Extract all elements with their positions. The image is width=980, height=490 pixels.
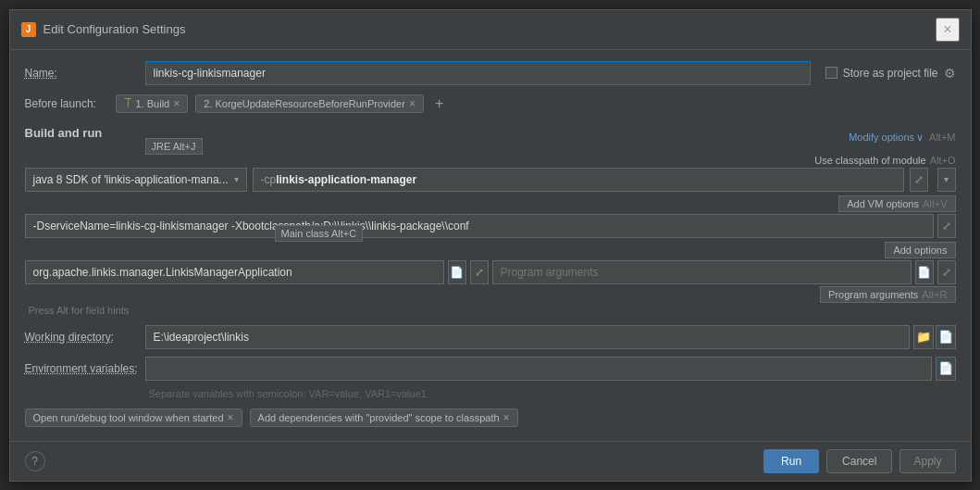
alt-hint: Press Alt for field hints — [25, 305, 956, 316]
env-vars-label: Environment variables: — [25, 362, 145, 375]
app-icon: J — [21, 22, 36, 37]
name-label: Name: — [25, 67, 145, 80]
modify-options-shortcut: Alt+M — [929, 132, 955, 143]
env-vars-hint: Separate variables with semicolon: VAR=v… — [25, 388, 956, 399]
add-options-hint: Add options — [885, 242, 955, 258]
working-directory-label: Working directory: — [25, 331, 145, 344]
help-button[interactable]: ? — [25, 451, 45, 471]
classpath-value-text: linkis-application-manager — [276, 173, 416, 186]
build-icon: ⟙ — [124, 97, 132, 110]
add-vm-options-hint: Add VM options Alt+V — [838, 195, 955, 212]
main-class-hint: Main class Alt+C — [275, 225, 364, 242]
option-tag-0-label: Open run/debug tool window when started — [33, 412, 224, 423]
classpath-input[interactable]: -cp linkis-application-manager — [253, 168, 904, 192]
use-classpath-shortcut: Alt+O — [930, 155, 956, 166]
working-directory-row: Working directory: 📁 📄 — [25, 325, 956, 349]
prog-args-hint: Program arguments Alt+R — [820, 286, 955, 303]
use-classpath-hint: Use classpath of module — [814, 155, 925, 166]
sdk-dropdown[interactable]: java 8 SDK of 'linkis-application-mana..… — [25, 168, 247, 192]
option-tag-1[interactable]: Add dependencies with "provided" scope t… — [250, 408, 518, 427]
prog-args-expand-btn[interactable]: 📄 — [915, 260, 934, 284]
env-vars-expand-btn[interactable]: 📄 — [936, 357, 956, 381]
modify-options-arrow: ∨ — [916, 132, 924, 144]
main-class-row: org.apache.linkis.manager.LinkisManagerA… — [25, 260, 956, 284]
before-launch-item-1-text: 1. Build — [136, 98, 170, 109]
main-class-value: org.apache.linkis.manager.LinkisManagerA… — [33, 266, 292, 279]
footer: ? Run Cancel Apply — [10, 441, 971, 481]
working-dir-folder-btn[interactable]: 📁 — [913, 325, 934, 349]
option-tag-1-close[interactable]: × — [503, 411, 510, 424]
env-vars-icons: 📄 — [936, 357, 956, 381]
title-bar: J Edit Configuration Settings × — [10, 10, 971, 50]
option-tag-0-close[interactable]: × — [228, 411, 234, 424]
working-directory-input[interactable] — [145, 325, 910, 349]
store-project-area: Store as project file ⚙ — [825, 66, 956, 81]
store-project-checkbox[interactable] — [825, 67, 837, 79]
before-launch-item-1-close[interactable]: × — [173, 97, 180, 110]
env-vars-input[interactable] — [145, 357, 932, 381]
vm-options-expand-btn[interactable]: ⤢ — [937, 214, 956, 238]
classpath-value-cp: -cp — [261, 173, 277, 186]
option-tag-0[interactable]: Open run/debug tool window when started … — [25, 408, 242, 427]
before-launch-item-2-text: 2. KorgeUpdateResourceBeforeRunProvider — [204, 98, 405, 109]
sdk-row: java 8 SDK of 'linkis-application-mana..… — [25, 168, 956, 192]
program-args-input[interactable]: Program arguments — [492, 260, 912, 284]
sdk-section: JRE Alt+J Use classpath of module Alt+O … — [25, 155, 956, 192]
name-row: Name: Store as project file ⚙ — [25, 61, 956, 85]
main-class-input[interactable]: org.apache.linkis.manager.LinkisManagerA… — [25, 260, 444, 284]
store-project-label: Store as project file — [843, 67, 938, 80]
prog-args-expand2-btn[interactable]: ⤢ — [937, 260, 956, 284]
cancel-button[interactable]: Cancel — [826, 449, 892, 473]
edit-configuration-dialog: J Edit Configuration Settings × Name: St… — [9, 9, 972, 482]
env-vars-row: Environment variables: 📄 — [25, 357, 956, 381]
main-class-section: Main class Alt+C Add options org.apache.… — [25, 242, 956, 303]
working-dir-expand-btn[interactable]: 📄 — [936, 325, 956, 349]
sdk-value: java 8 SDK of 'linkis-application-mana..… — [33, 173, 229, 186]
main-class-expand-btn[interactable]: 📄 — [448, 260, 466, 284]
vm-options-section: Add VM options Alt+V ⤢ — [25, 195, 956, 238]
before-launch-row: Before launch: ⟙ 1. Build × 2. KorgeUpda… — [25, 94, 956, 113]
working-directory-icons: 📁 📄 — [913, 325, 956, 349]
modify-options-button[interactable]: Modify options ∨ — [849, 132, 924, 144]
dialog-title: Edit Configuration Settings — [43, 22, 186, 36]
action-buttons: Run Cancel Apply — [763, 449, 955, 473]
close-button[interactable]: × — [936, 18, 959, 42]
program-args-placeholder: Program arguments — [501, 266, 599, 279]
before-launch-item-2[interactable]: 2. KorgeUpdateResourceBeforeRunProvider … — [195, 94, 424, 113]
run-button[interactable]: Run — [763, 449, 819, 473]
apply-button[interactable]: Apply — [899, 449, 955, 473]
jre-hint: JRE Alt+J — [145, 138, 203, 155]
modify-options-label: Modify options — [849, 132, 914, 143]
build-run-title: Build and run — [25, 126, 103, 140]
classpath-dropdown-btn[interactable]: ▾ — [937, 168, 956, 192]
vm-options-row: ⤢ — [25, 214, 956, 238]
main-class-expand2-btn[interactable]: ⤢ — [470, 260, 489, 284]
gear-icon[interactable]: ⚙ — [944, 66, 956, 81]
classpath-expand-btn[interactable]: ⤢ — [910, 168, 928, 192]
title-bar-left: J Edit Configuration Settings — [21, 22, 186, 37]
before-launch-item-2-close[interactable]: × — [409, 97, 416, 110]
sdk-dropdown-arrow: ▾ — [234, 174, 239, 184]
option-tag-1-label: Add dependencies with "provided" scope t… — [258, 412, 500, 423]
name-input[interactable] — [145, 61, 811, 85]
options-tags-row: Open run/debug tool window when started … — [25, 408, 956, 427]
add-before-launch-button[interactable]: + — [431, 95, 447, 112]
before-launch-item-1[interactable]: ⟙ 1. Build × — [116, 94, 189, 113]
dialog-body: Name: Store as project file ⚙ Before lau… — [10, 50, 971, 451]
before-launch-label: Before launch: — [25, 97, 108, 110]
vm-options-input[interactable] — [25, 214, 934, 238]
